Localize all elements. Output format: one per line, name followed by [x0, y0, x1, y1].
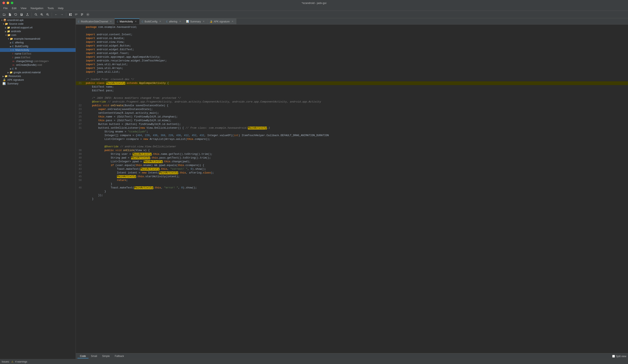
tab-apksignature-icon: 🔏: [210, 20, 212, 23]
sidebar-item-apk-signature[interactable]: 🔏 APK signature: [0, 78, 76, 82]
toolbar-decompile[interactable]: [68, 12, 73, 17]
bottom-tabs: Code Smali Simple Fallback: [78, 354, 127, 358]
code-line: import android.widget.EditText;: [76, 48, 628, 52]
split-view-checkbox[interactable]: [612, 355, 615, 358]
tab-inotification-close[interactable]: ✕: [109, 20, 112, 23]
field-name-icon: f: [12, 53, 13, 55]
sidebar-item-method-change[interactable]: m change(String) List<Integer>: [0, 59, 76, 63]
toolbar-search[interactable]: [33, 12, 38, 17]
toolbar-export[interactable]: [25, 12, 30, 17]
toolbar-refresh[interactable]: [13, 12, 18, 17]
tab-apksignature-label: APK signature: [214, 20, 230, 23]
bottom-tab-code[interactable]: Code: [78, 354, 88, 358]
sidebar-item-summary[interactable]: 📊 Summary: [0, 82, 76, 85]
buildconfig-icon: C: [12, 45, 14, 48]
toolbar-save[interactable]: [19, 12, 24, 17]
sidebar-item-afterlog[interactable]: ▶ C afterlog: [0, 41, 76, 44]
sidebar-item-android-support[interactable]: ▶ 📁 android.support.v4: [0, 26, 76, 29]
editor-area: C INotificationSideChannel ✕ C MainActiv…: [76, 18, 628, 359]
sidebar-item-field-pass[interactable]: f pass EditText: [0, 56, 76, 59]
tab-afterlog-close[interactable]: ✕: [179, 20, 182, 23]
sidebar-item-google[interactable]: ▶ 📁 google.android.material: [0, 70, 76, 74]
code-container[interactable]: package com.example.haveaandroid; import…: [76, 24, 628, 353]
sidebar-item-mainactivity[interactable]: ▼ C MainActivity: [0, 48, 76, 52]
code-line-23: 23 super.onCreate(savedInstanceState);: [76, 108, 628, 111]
menu-help[interactable]: Help: [56, 6, 65, 10]
android-support-label: android.support.v4: [11, 26, 33, 29]
toolbar-smali[interactable]: [74, 12, 79, 17]
code-line-39: 39 String user = MainActivity.this.name.…: [76, 152, 628, 156]
bottom-tab-simple[interactable]: Simple: [100, 354, 112, 358]
sidebar-item-field-name[interactable]: f name EditText: [0, 52, 76, 56]
code-line-31: 31 button1.setOnClickListener(new View.O…: [76, 126, 628, 130]
sidebar-item-method-oncreate[interactable]: m onCreate(Bundle) void: [0, 63, 76, 67]
code-line-26: 26 this.pass = (EditText) findViewById(R…: [76, 119, 628, 122]
toolbar-add-files[interactable]: [7, 12, 12, 17]
minimize-button[interactable]: [7, 2, 9, 4]
menu-edit[interactable]: Edit: [10, 6, 18, 10]
afterlog-arrow: ▶: [10, 42, 12, 44]
code-line: /* JADX INFO: Access modifiers changed f…: [76, 96, 628, 100]
method-change-label: change(String) List<Integer>: [16, 60, 49, 63]
code-line: import android.os.Bundle;: [76, 37, 628, 40]
code-line-41: 41 List<Integer> ppwd = MainActivity.thi…: [76, 160, 628, 164]
r-arrow: ▶: [10, 68, 12, 70]
menu-tools[interactable]: Tools: [46, 6, 55, 10]
mainactivity-arrow: ▼: [10, 49, 12, 51]
tree-arrow: ▼: [1, 19, 3, 21]
split-view-label[interactable]: Split view: [616, 355, 626, 358]
google-label: google.android.material: [13, 71, 41, 74]
code-line: [76, 74, 628, 78]
sidebar-item-resources[interactable]: ▶ 📁 Resources: [0, 74, 76, 78]
androidx-label: androidx: [11, 30, 21, 33]
com-label: com: [11, 34, 16, 37]
code-line: import android.widget.Button;: [76, 44, 628, 48]
tab-mainactivity-close[interactable]: ✕: [134, 20, 137, 23]
svg-line-7: [48, 15, 49, 16]
tab-summary[interactable]: 📊 Summary ✕: [184, 18, 207, 24]
sidebar-item-androidx[interactable]: ▶ 📁 androidx: [0, 29, 76, 33]
tab-buildconfig[interactable]: C BuildConfig ✕: [140, 18, 164, 24]
google-arrow: ▶: [7, 71, 9, 74]
tab-apksignature-close[interactable]: ✕: [231, 20, 234, 23]
bottom-tab-fallback[interactable]: Fallback: [112, 354, 127, 358]
toolbar-open[interactable]: [2, 12, 7, 17]
toolbar-back[interactable]: ←: [54, 12, 59, 17]
toolbar-logs[interactable]: [79, 12, 84, 17]
tab-summary-close[interactable]: ✕: [202, 20, 205, 23]
menu-view[interactable]: View: [19, 6, 28, 10]
androidx-icon: 📁: [7, 30, 10, 33]
tab-apksignature[interactable]: 🔏 APK signature ✕: [207, 18, 236, 24]
tab-afterlog[interactable]: C afterlog ✕: [164, 18, 184, 24]
tree-root[interactable]: ▼ 📦 ezandroid.apk: [0, 18, 76, 22]
bottom-bar: Code Smali Simple Fallback Split view: [76, 353, 628, 359]
menu-file[interactable]: File: [2, 6, 9, 10]
tab-bar: C INotificationSideChannel ✕ C MainActiv…: [76, 18, 628, 24]
sidebar-item-buildconfig[interactable]: ▶ C BuildConfig: [0, 44, 76, 48]
apk-signature-label: APK signature: [7, 78, 24, 81]
sidebar-item-r[interactable]: ▶ C R: [0, 67, 76, 70]
r-label: R: [15, 67, 17, 70]
menu-navigation[interactable]: Navigation: [29, 6, 45, 10]
maximize-button[interactable]: [11, 2, 13, 4]
tab-inotification-label: INotificationSideChannel: [81, 20, 108, 23]
tab-buildconfig-close[interactable]: ✕: [159, 20, 162, 23]
sidebar-item-example[interactable]: ▼ 📂 example.haveaandroid: [0, 37, 76, 41]
toolbar-zoom-in[interactable]: [39, 12, 44, 17]
toolbar-forward[interactable]: →: [59, 12, 64, 17]
sidebar-item-source-code[interactable]: ▼ 📂 Source code: [0, 22, 76, 26]
bottom-tab-smali[interactable]: Smali: [88, 354, 100, 358]
toolbar-settings[interactable]: [85, 12, 90, 17]
source-code-icon: 📂: [5, 22, 8, 25]
sidebar: ▼ 📦 ezandroid.apk ▼ 📂 Source code ▶ 📁 an…: [0, 18, 76, 359]
buildconfig-label: BuildConfig: [15, 45, 28, 48]
com-arrow: ▼: [5, 34, 7, 36]
sidebar-item-com[interactable]: ▼ 📂 com: [0, 33, 76, 37]
close-button[interactable]: [2, 2, 5, 4]
code-line: }: [76, 182, 628, 186]
tab-mainactivity[interactable]: C MainActivity ✕: [115, 18, 140, 24]
code-line: }: [76, 190, 628, 193]
method-oncreate-label: onCreate(Bundle) void: [16, 63, 42, 66]
tab-inotification[interactable]: C INotificationSideChannel ✕: [76, 18, 115, 24]
toolbar-zoom-out[interactable]: [45, 12, 50, 17]
